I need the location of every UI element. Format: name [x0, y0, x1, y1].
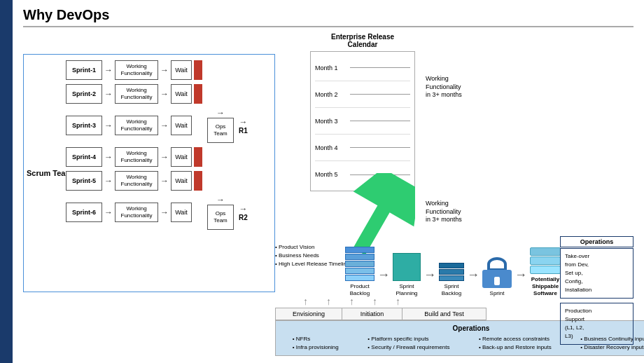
left-bar	[0, 0, 13, 363]
sprint-planning-icon	[393, 253, 421, 281]
ops-right-box2: Production Support (L1, L2, L3)	[560, 303, 634, 345]
bullet-2: • Business Needs	[275, 252, 352, 260]
process-flow-row: ProductBacklog → SprintPlanning →	[345, 247, 561, 296]
wait-1: Wait	[171, 60, 192, 80]
shippable-label: PotentiallyShippableSoftware	[531, 276, 559, 296]
calendar-title: Enterprise ReleaseCalendar	[310, 33, 415, 48]
shippable-icon	[530, 247, 561, 274]
sprint-step: Sprint	[482, 257, 512, 296]
ops-r1-group: → OpsTeam	[206, 108, 235, 143]
red-1	[194, 60, 202, 80]
initiation-phase: Initiation	[342, 308, 402, 320]
ops-r2-group: → OpsTeam	[206, 195, 235, 230]
green-arrow-container	[345, 173, 415, 259]
r1-group: → R1	[237, 117, 249, 135]
sprint-backlog-step: SprintBacklog	[439, 263, 464, 296]
month-2: Month 2	[315, 91, 350, 98]
product-backlog-icon	[345, 247, 374, 281]
month-2-row: Month 2	[315, 81, 410, 108]
month-4-row: Month 4	[315, 135, 410, 161]
product-backlog-step: ProductBacklog	[345, 247, 374, 296]
sprint-row-4: Sprint-4 → WorkingFunctionality → Wait	[66, 147, 249, 167]
sprint-3-box: Sprint-3	[66, 116, 102, 135]
red-4	[194, 147, 202, 167]
svg-marker-0	[345, 173, 415, 257]
arrow-sb-s: →	[467, 268, 479, 282]
bullet-1: • Product Vision	[275, 243, 352, 252]
no-red-6	[194, 203, 202, 222]
wf-label-bottom: WorkingFunctionalityin 3+ months	[426, 200, 462, 224]
arrow-sp-sb: →	[424, 268, 436, 282]
red-2	[194, 84, 202, 104]
page: Why DevOps Scrum Team Sprint-1 → Working…	[0, 0, 644, 363]
wait-2: Wait	[171, 84, 192, 104]
sprint-row-2: Sprint-2 → WorkingFunctionality → Wait	[66, 84, 249, 104]
month-1-row: Month 1	[315, 55, 410, 81]
calendar-box: Enterprise ReleaseCalendar Month 1 Month…	[310, 33, 415, 191]
sprint-label: Sprint	[490, 290, 505, 296]
arrow-1b: →	[160, 65, 169, 75]
sprint-planning-step: SprintPlanning	[393, 253, 421, 296]
ops-right-title: Operations	[560, 236, 634, 247]
sprint-2-box: Sprint-2	[66, 84, 102, 104]
month-4: Month 4	[315, 144, 350, 151]
content: Why DevOps Scrum Team Sprint-1 → Working…	[13, 0, 644, 363]
ops-right-box1: Take-over from Dev, Set up, Config, Inst…	[560, 248, 634, 299]
r2-group: → R2	[237, 204, 249, 221]
ops-right: Operations Take-over from Dev, Set up, C…	[560, 236, 634, 345]
up-arrows-row: ↑ ↑ ↑ ↑ ↑	[303, 296, 400, 307]
up-arrow-2: ↑	[326, 296, 331, 307]
month-3-row: Month 3	[315, 108, 410, 135]
sprint-row-5: Sprint-5 → WorkingFunctionality → Wait	[66, 171, 249, 191]
month-3: Month 3	[315, 118, 350, 125]
scrum-team-box: Scrum Team Sprint-1 → WorkingFunctionali…	[23, 54, 275, 292]
up-arrow-3: ↑	[349, 296, 354, 307]
sprint-icon	[482, 257, 512, 288]
build-test-phase: Build and Test	[402, 308, 486, 320]
sprint-5-box: Sprint-5	[66, 171, 102, 191]
ops-col-3: • Remote access constraints • Back-up an…	[479, 335, 552, 352]
arrow-1: →	[104, 65, 113, 75]
sprint-row-3: Sprint-3 → WorkingFunctionality → Wait →…	[66, 108, 249, 143]
sprint-6-box: Sprint-6	[66, 203, 102, 222]
working-1: WorkingFunctionality	[115, 60, 158, 80]
calendar-inner: Month 1 Month 2 Month 3 Month 4	[310, 51, 415, 191]
ops-box-1: OpsTeam	[207, 118, 234, 143]
wait-3: Wait	[171, 116, 192, 135]
sprint-backlog-label: SprintBacklog	[442, 283, 461, 296]
phase-labels: Envisioning Initiation Build and Test	[275, 308, 486, 320]
wait-5: Wait	[171, 171, 192, 191]
red-5	[194, 171, 202, 191]
ops-col-1: • NFRs • Infra provisioning	[293, 335, 339, 352]
arrow-s-ps: →	[514, 268, 527, 282]
sprint-planning-label: SprintPlanning	[396, 283, 417, 296]
page-title: Why DevOps	[23, 7, 634, 27]
prod-support-label: Production Support (L1, L2, L3)	[565, 307, 629, 341]
working-3: WorkingFunctionality	[115, 116, 158, 135]
month-1: Month 1	[315, 64, 350, 71]
right-section: Enterprise ReleaseCalendar Month 1 Month…	[275, 33, 634, 355]
green-arrow-svg	[345, 173, 415, 257]
working-6: WorkingFunctionality	[115, 203, 158, 222]
shippable-step: PotentiallyShippableSoftware	[530, 247, 561, 296]
sprint-row-6: Sprint-6 → WorkingFunctionality → Wait →…	[66, 195, 249, 230]
r1-label: R1	[239, 127, 248, 135]
sprint-backlog-icon	[439, 263, 464, 281]
envisioning-phase: Envisioning	[275, 308, 342, 320]
no-red-3	[194, 116, 202, 135]
wait-6: Wait	[171, 203, 192, 222]
up-arrow-4: ↑	[372, 296, 377, 307]
ops-col-2: • Platform specific inputs • Security / …	[368, 335, 449, 352]
up-arrow-5: ↑	[396, 296, 400, 307]
sprint-4-box: Sprint-4	[66, 147, 102, 167]
r2-label: R2	[239, 214, 248, 221]
envisioning-text: • Product Vision • Business Needs • High…	[275, 243, 352, 268]
wait-4: Wait	[171, 147, 192, 167]
sprint-row-1: Sprint-1 → WorkingFunctionality → Wait	[66, 60, 249, 80]
sprint-1-box: Sprint-1	[66, 60, 102, 80]
ops-box-2: OpsTeam	[207, 205, 234, 230]
sprints-container: Sprint-1 → WorkingFunctionality → Wait S…	[66, 60, 249, 230]
product-backlog-label: ProductBacklog	[350, 283, 370, 296]
working-2: WorkingFunctionality	[115, 84, 158, 104]
working-4: WorkingFunctionality	[115, 147, 158, 167]
